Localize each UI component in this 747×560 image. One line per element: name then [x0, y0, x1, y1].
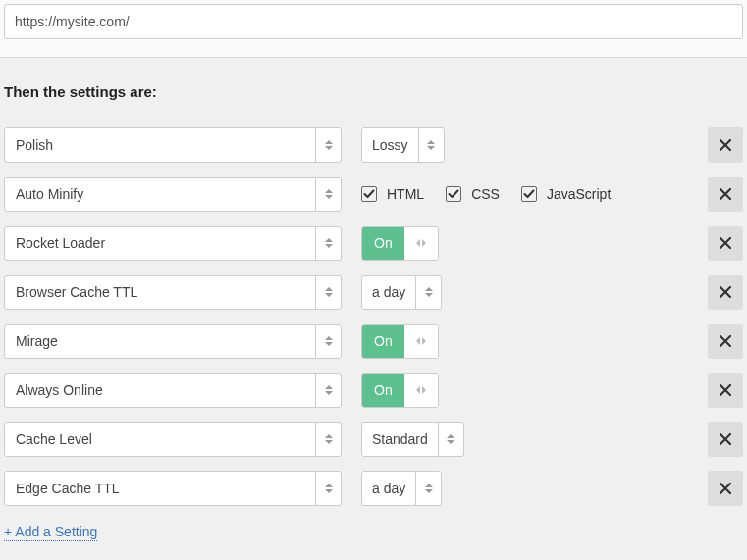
url-input[interactable]: [4, 4, 743, 39]
setting-name-select[interactable]: Edge Cache TTL: [4, 471, 342, 506]
checkbox-js[interactable]: JavaScript: [521, 186, 611, 202]
setting-name-select[interactable]: Browser Cache TTL: [4, 275, 342, 310]
close-icon: [720, 483, 731, 494]
delete-button[interactable]: [708, 422, 743, 457]
toggle-handle: [404, 374, 438, 407]
setting-name-select[interactable]: Always Online: [4, 373, 342, 408]
setting-name-label: Auto Minify: [5, 178, 315, 211]
toggle-handle: [404, 227, 438, 260]
checkbox-label: JavaScript: [547, 186, 611, 202]
setting-row: Edge Cache TTL a day: [4, 471, 743, 506]
delete-button[interactable]: [708, 471, 743, 506]
delete-button[interactable]: [708, 324, 743, 359]
setting-name-label: Always Online: [5, 374, 315, 407]
toggle-on-label: On: [362, 374, 404, 407]
setting-row: Polish Lossy: [4, 127, 743, 163]
close-icon: [720, 384, 731, 396]
setting-row: Auto Minify HTML CSS JavaScript: [4, 177, 743, 212]
checkbox-html[interactable]: HTML: [361, 186, 424, 202]
setting-value-label: a day: [362, 472, 415, 505]
setting-value-label: a day: [362, 276, 415, 309]
checkbox-icon: [361, 186, 377, 202]
setting-row: Always Online On: [4, 373, 743, 408]
setting-row: Cache Level Standard: [4, 422, 743, 457]
setting-value-label: Lossy: [362, 128, 418, 162]
close-icon: [720, 286, 731, 298]
setting-name-label: Edge Cache TTL: [5, 472, 315, 505]
setting-value-select[interactable]: a day: [361, 275, 442, 310]
setting-name-label: Cache Level: [5, 423, 315, 456]
updown-icon[interactable]: [315, 227, 341, 260]
updown-icon[interactable]: [438, 423, 463, 456]
checkbox-label: HTML: [387, 186, 424, 202]
delete-button[interactable]: [708, 177, 743, 212]
toggle-on-label: On: [362, 227, 404, 260]
close-icon: [720, 335, 731, 347]
setting-value-label: Standard: [362, 423, 438, 456]
updown-icon[interactable]: [315, 128, 341, 162]
setting-value-select[interactable]: Lossy: [361, 127, 445, 163]
setting-row: Browser Cache TTL a day: [4, 275, 743, 310]
setting-value-select[interactable]: a day: [361, 471, 442, 506]
setting-name-select[interactable]: Mirage: [4, 324, 342, 359]
setting-value-select[interactable]: Standard: [361, 422, 464, 457]
setting-name-select[interactable]: Cache Level: [4, 422, 342, 457]
setting-row: Mirage On: [4, 324, 743, 359]
close-icon: [720, 237, 731, 249]
toggle[interactable]: On: [361, 324, 439, 359]
updown-icon[interactable]: [315, 423, 341, 456]
updown-icon[interactable]: [415, 472, 441, 505]
updown-icon[interactable]: [315, 374, 341, 407]
close-icon: [720, 139, 731, 151]
delete-button[interactable]: [708, 275, 743, 310]
toggle-handle: [404, 325, 438, 358]
toggle[interactable]: On: [361, 373, 439, 408]
delete-button[interactable]: [708, 373, 743, 408]
updown-icon[interactable]: [315, 325, 341, 358]
checkbox-icon: [521, 186, 537, 202]
setting-name-label: Rocket Loader: [5, 227, 315, 260]
checkbox-label: CSS: [471, 186, 500, 202]
delete-button[interactable]: [708, 226, 743, 261]
close-icon: [720, 433, 731, 445]
delete-button[interactable]: [708, 127, 743, 163]
close-icon: [720, 188, 731, 200]
updown-icon[interactable]: [315, 472, 341, 505]
setting-name-select[interactable]: Polish: [4, 127, 342, 163]
add-setting-link[interactable]: + Add a Setting: [4, 524, 97, 541]
checkbox-css[interactable]: CSS: [446, 186, 500, 202]
updown-icon[interactable]: [315, 178, 341, 211]
setting-name-select[interactable]: Auto Minify: [4, 177, 342, 212]
checkbox-icon: [446, 186, 461, 202]
setting-name-label: Polish: [5, 128, 315, 162]
updown-icon[interactable]: [315, 276, 341, 309]
settings-heading: Then the settings are:: [4, 83, 743, 100]
setting-name-label: Mirage: [5, 325, 315, 358]
setting-row: Rocket Loader On: [4, 226, 743, 261]
updown-icon[interactable]: [418, 128, 444, 162]
setting-name-select[interactable]: Rocket Loader: [4, 226, 342, 261]
updown-icon[interactable]: [415, 276, 441, 309]
setting-name-label: Browser Cache TTL: [5, 276, 315, 309]
toggle-on-label: On: [362, 325, 404, 358]
toggle[interactable]: On: [361, 226, 439, 261]
